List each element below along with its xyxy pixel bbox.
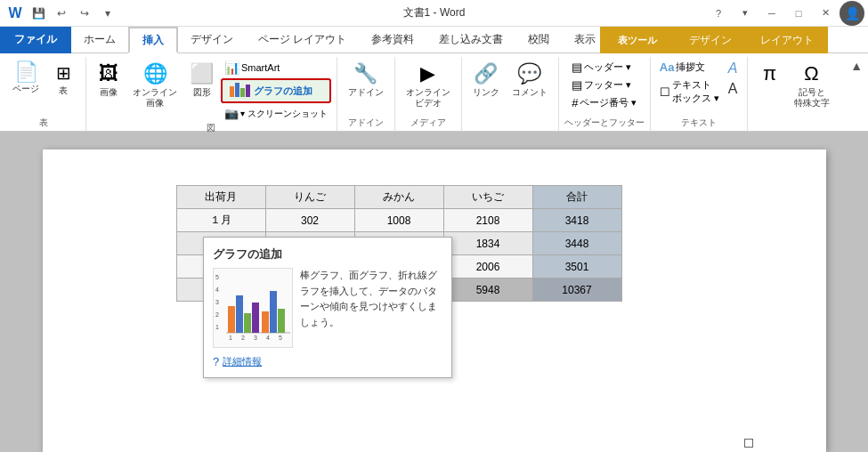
tab-insert[interactable]: 挿入	[128, 27, 178, 53]
group-media-label: メディア	[410, 117, 446, 131]
maximize-button[interactable]: □	[786, 4, 811, 23]
tab-table-design[interactable]: デザイン	[675, 27, 746, 53]
screenshot-button[interactable]: 📷 ▾ スクリーンショット	[221, 105, 331, 122]
insert-text-button[interactable]: Aa 挿拶文	[656, 59, 723, 76]
link-button[interactable]: 🔗 リンク	[467, 59, 505, 101]
col-header-apple: りんご	[265, 186, 354, 209]
svg-rect-11	[270, 291, 277, 333]
text-col2: A A	[725, 59, 742, 99]
window-title: 文書1 - Word	[403, 5, 466, 20]
header-button[interactable]: ▤ ヘッダー ▾	[568, 59, 640, 76]
online-image-button[interactable]: 🌐 オンライン画像	[127, 59, 183, 112]
symbol-button[interactable]: Ω 記号と特殊文字	[789, 59, 835, 112]
table-button[interactable]: ⊞ 表	[46, 59, 80, 100]
svg-text:5: 5	[215, 274, 219, 280]
col-header-strawberry: いちご	[443, 186, 532, 209]
group-addon: 🔧 アドイン アドイン	[337, 57, 395, 131]
page-number-label: ページ番号 ▾	[580, 96, 637, 109]
help-button[interactable]: ?	[706, 4, 731, 23]
cell-strawberry-3: 2006	[443, 255, 532, 278]
cell-orange-1: 1008	[354, 209, 443, 232]
online-video-button[interactable]: ▶ オンラインビデオ	[401, 59, 456, 112]
tooltip-body: 5 4 3 2 1 1	[213, 268, 442, 348]
header-icon: ▤	[572, 61, 582, 74]
svg-rect-8	[244, 313, 251, 333]
customize-qat-button[interactable]: ▾	[98, 4, 118, 23]
tab-file[interactable]: ファイル	[0, 27, 71, 53]
tooltip-title: グラフの追加	[213, 246, 442, 262]
tooltip-description: 棒グラフ、面グラフ、折れ線グラフを挿入して、データのパターンや傾向を見つけやすく…	[300, 268, 442, 330]
online-video-icon: ▶	[420, 62, 435, 85]
tab-references[interactable]: 参考資料	[359, 27, 426, 53]
user-avatar[interactable]: 👤	[840, 1, 864, 26]
close-button[interactable]: ✕	[813, 4, 838, 23]
group-symbols: π Ω 記号と特殊文字	[748, 57, 840, 131]
header-label: ヘッダー ▾	[584, 61, 631, 74]
tab-home[interactable]: ホーム	[71, 27, 128, 53]
symbol-icon: Ω	[804, 62, 818, 85]
cell-apple-1: 302	[265, 209, 354, 232]
cell-total-2: 3448	[532, 232, 621, 255]
tab-design[interactable]: デザイン	[178, 27, 246, 53]
cell-strawberry-total: 5948	[443, 278, 532, 302]
online-video-label: オンラインビデオ	[406, 87, 450, 109]
textbox-button[interactable]: ☐ テキストボックス ▾	[656, 77, 723, 107]
page-button[interactable]: 📄 ページ	[7, 59, 45, 98]
footer-button[interactable]: ▤ フッター ▾	[568, 77, 640, 93]
mini-bar-chart-svg: 5 4 3 2 1 1	[214, 269, 292, 347]
svg-rect-6	[228, 306, 235, 333]
insert-text-label: 挿拶文	[676, 61, 705, 74]
document-area: ⊕ 出荷月 りんご みかん いちご 合計 １月 302 1008 2108 34…	[0, 132, 868, 452]
smartart-button[interactable]: 📊 SmartArt	[221, 59, 331, 77]
equation-button[interactable]: π	[753, 59, 787, 89]
comment-icon: 💬	[517, 62, 541, 85]
chart-button[interactable]: グラフの追加	[221, 78, 331, 103]
smartart-label: SmartArt	[241, 62, 280, 73]
dropcap-button[interactable]: A	[725, 79, 742, 99]
group-illustration: 🖼 画像 🌐 オンライン画像 ⬜ 図形 📊 SmartArt	[86, 57, 337, 131]
textbox-icon: ☐	[660, 85, 670, 99]
tab-review[interactable]: 校閲	[515, 27, 562, 53]
word-logo: W	[5, 4, 25, 23]
table-resize-handle[interactable]	[744, 439, 753, 448]
text-group-buttons: Aa 挿拶文 ☐ テキストボックス ▾ A A	[656, 59, 742, 117]
links-group-buttons: 🔗 リンク 💬 コメント	[467, 59, 553, 129]
svg-text:4: 4	[215, 287, 219, 293]
table-group-buttons: 📄 ページ ⊞ 表	[7, 59, 80, 117]
tab-page-layout[interactable]: ページ レイアウト	[246, 27, 359, 53]
undo-qat-button[interactable]: ↩	[52, 4, 71, 23]
minimize-button[interactable]: ─	[759, 4, 784, 23]
addon-icon: 🔧	[353, 62, 377, 85]
group-header-footer: ▤ ヘッダー ▾ ▤ フッター ▾ # ページ番号 ▾ ヘッダーとフッター	[559, 57, 651, 131]
cell-month-1: １月	[176, 209, 265, 232]
redo-qat-button[interactable]: ↪	[75, 4, 94, 23]
wordart-button[interactable]: A	[725, 59, 742, 78]
group-table-label: 表	[39, 117, 48, 131]
tab-mailings[interactable]: 差し込み文書	[426, 27, 515, 53]
svg-text:1: 1	[229, 335, 232, 341]
save-qat-button[interactable]: 💾	[28, 4, 48, 23]
tooltip-link[interactable]: ? 詳細情報	[213, 355, 442, 368]
addon-button[interactable]: 🔧 アドイン	[343, 59, 389, 101]
table-row: １月 302 1008 2108 3418	[176, 209, 621, 232]
svg-text:2: 2	[215, 311, 219, 318]
comment-button[interactable]: 💬 コメント	[507, 59, 553, 101]
svg-rect-9	[252, 303, 259, 333]
dropcap-icon: A	[728, 81, 738, 97]
tooltip-link-label[interactable]: 詳細情報	[223, 355, 262, 368]
group-text: Aa 挿拶文 ☐ テキストボックス ▾ A A	[651, 57, 748, 131]
shape-button[interactable]: ⬜ 図形	[184, 59, 219, 101]
ribbon-toggle-button[interactable]: ▾	[733, 4, 758, 23]
screenshot-label: ▾ スクリーンショット	[240, 108, 328, 120]
header-footer-group-buttons: ▤ ヘッダー ▾ ▤ フッター ▾ # ページ番号 ▾	[568, 59, 640, 117]
tab-table-layout[interactable]: レイアウト	[746, 27, 828, 53]
comment-label: コメント	[512, 87, 548, 98]
image-button[interactable]: 🖼 画像	[92, 59, 126, 101]
cell-strawberry-1: 2108	[443, 209, 532, 232]
footer-label: フッター ▾	[584, 78, 631, 92]
svg-text:2: 2	[241, 335, 245, 341]
page-number-button[interactable]: # ページ番号 ▾	[568, 94, 640, 111]
link-icon: 🔗	[474, 62, 498, 85]
addon-group-buttons: 🔧 アドイン	[343, 59, 389, 117]
ribbon-collapse-button[interactable]: ▲	[847, 57, 866, 131]
